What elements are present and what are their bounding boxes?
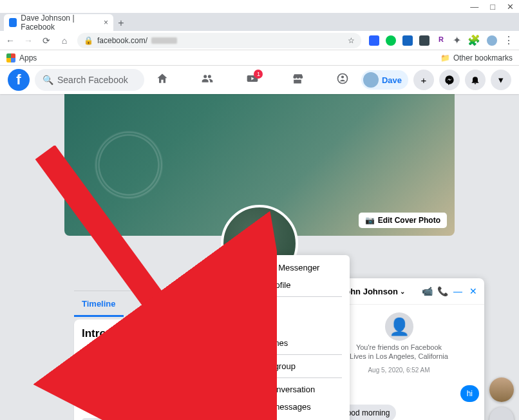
tab-bar: Dave Johnson | Facebook × +: [0, 13, 519, 31]
header-right: Dave + ▾: [361, 70, 511, 90]
profile-avatar-icon[interactable]: [487, 35, 497, 46]
minimize-chat-icon[interactable]: —: [452, 286, 464, 296]
tab-title: Dave Johnson | Facebook: [21, 14, 100, 32]
profile-content: 📷 Edit Cover Photo 📷 Timeline About Frie…: [0, 94, 519, 420]
profile-icon: 👤: [230, 280, 240, 290]
apps-icon[interactable]: [6, 53, 15, 62]
svg-point-1: [341, 75, 344, 78]
camera-icon: 📷: [365, 216, 375, 225]
back-button[interactable]: ←: [5, 35, 15, 46]
audio-call-icon[interactable]: 📞: [437, 286, 448, 296]
home-icon[interactable]: [156, 72, 169, 88]
chevron-down-icon: ⌄: [400, 288, 405, 295]
menu-divider: [229, 377, 342, 378]
menu-nicknames[interactable]: 🏷Nicknames: [221, 334, 350, 352]
color-icon: 🎨: [230, 303, 240, 313]
apps-label[interactable]: Apps: [19, 53, 37, 62]
folder-icon: 📁: [440, 53, 450, 62]
menu-create-group[interactable]: 👥Create group: [221, 358, 350, 375]
forward-button[interactable]: →: [23, 35, 33, 46]
intro-title: Intro: [82, 327, 207, 340]
browser-tab[interactable]: Dave Johnson | Facebook ×: [4, 14, 113, 31]
menu-view-profile[interactable]: 👤View Profile: [221, 276, 350, 294]
intro-item: 🎓Studied Aerospace engineering at Colleg…: [82, 374, 207, 394]
menu-block[interactable]: ⊘Block: [221, 415, 350, 420]
maximize-button[interactable]: □: [490, 2, 495, 12]
url-field[interactable]: 🔒 facebook.com/ ☆: [77, 33, 361, 48]
education-icon: 🎓: [82, 347, 92, 357]
messenger-icon: ⚡: [230, 263, 240, 272]
search-icon: 🔍: [42, 75, 53, 85]
extension-icon[interactable]: [419, 35, 429, 46]
new-tab-button[interactable]: +: [113, 15, 129, 31]
extension-icon[interactable]: [402, 35, 413, 46]
home-button[interactable]: ⌂: [59, 35, 70, 46]
account-menu-button[interactable]: ▾: [491, 70, 511, 90]
chat-head[interactable]: [489, 377, 514, 402]
edit-cover-label: Edit Cover Photo: [378, 216, 440, 225]
browser-chrome: — □ ✕ Dave Johnson | Facebook × + ← → ⟳ …: [0, 0, 519, 66]
group-icon: 👥: [230, 361, 240, 371]
search-placeholder: Search Facebook: [57, 75, 128, 85]
menu-divider: [229, 354, 342, 355]
intro-item: 🎓Went to Marist High School: [82, 401, 207, 412]
extension-icon[interactable]: [386, 35, 396, 46]
message-bubble[interactable]: hi: [460, 385, 479, 402]
friends-icon[interactable]: [201, 72, 214, 88]
menu-open-messenger[interactable]: ⚡Open in Messenger: [221, 259, 350, 276]
reload-button[interactable]: ⟳: [41, 35, 52, 46]
create-button[interactable]: +: [413, 70, 434, 90]
menu-emoji[interactable]: ☺Emoji: [221, 317, 350, 334]
close-chat-icon[interactable]: ✕: [467, 286, 479, 296]
url-redacted: [151, 37, 177, 44]
intro-item: 🎓Studied Administration at Central Michi…: [82, 347, 207, 367]
kebab-menu-icon[interactable]: ⋮: [504, 34, 514, 46]
avatar: [363, 72, 379, 88]
extension-icon[interactable]: R: [436, 35, 446, 46]
menu-divider: [229, 296, 342, 297]
bookmarks-bar: Apps 📁 Other bookmarks: [0, 50, 519, 66]
menu-color[interactable]: 🎨Color: [221, 300, 350, 317]
video-call-icon[interactable]: 📹: [421, 286, 433, 296]
address-bar: ← → ⟳ ⌂ 🔒 facebook.com/ ☆ R ✦ 🧩 ⋮: [0, 31, 519, 50]
chat-context-menu: ⚡Open in Messenger 👤View Profile 🎨Color …: [221, 255, 350, 420]
notifications-button[interactable]: [465, 70, 486, 90]
emoji-icon: ☺: [230, 321, 240, 330]
star-icon[interactable]: ☆: [348, 36, 355, 45]
window-controls: — □ ✕: [0, 0, 519, 13]
watch-icon[interactable]: 1: [246, 72, 259, 88]
edit-cover-button[interactable]: 📷 Edit Cover Photo: [359, 213, 447, 228]
notification-badge: 1: [254, 70, 263, 79]
extensions-menu-icon[interactable]: ✦: [453, 34, 461, 46]
facebook-header: f 🔍 Search Facebook 1 Dave + ▾: [0, 66, 519, 94]
groups-icon[interactable]: [336, 72, 349, 88]
lock-icon: 🔒: [84, 36, 93, 45]
svg-point-0: [338, 73, 348, 83]
tab-close-icon[interactable]: ×: [104, 18, 108, 27]
profile-chip[interactable]: Dave: [361, 70, 408, 90]
tab-timeline[interactable]: Timeline: [74, 292, 124, 317]
intro-card: Intro 🎓Studied Administration at Central…: [74, 320, 214, 420]
messenger-button[interactable]: [439, 70, 460, 90]
puzzle-icon[interactable]: 🧩: [467, 34, 480, 46]
tag-icon: 🏷: [230, 338, 240, 348]
menu-ignore[interactable]: 🚫Ignore messages: [221, 398, 350, 415]
minimize-button[interactable]: —: [470, 2, 478, 12]
chat-bubbles: ✎12: [489, 377, 514, 420]
header-nav: 1: [149, 72, 356, 88]
ignore-icon: 🚫: [230, 402, 240, 412]
other-bookmarks[interactable]: Other bookmarks: [453, 53, 513, 62]
url-text: facebook.com/: [97, 36, 147, 45]
search-input[interactable]: 🔍 Search Facebook: [35, 69, 144, 91]
marketplace-icon[interactable]: [291, 72, 304, 88]
close-window-button[interactable]: ✕: [507, 2, 514, 12]
facebook-logo[interactable]: f: [8, 69, 30, 91]
chat-head[interactable]: [489, 407, 514, 420]
menu-mute[interactable]: 🔔Mute conversation: [221, 381, 350, 398]
extension-icon[interactable]: [369, 35, 379, 46]
facebook-favicon: [9, 18, 17, 27]
bell-icon: 🔔: [230, 385, 240, 394]
profile-name: Dave: [382, 75, 402, 85]
chat-name-button[interactable]: John Johnson⌄: [341, 287, 417, 296]
education-icon: 🎓: [82, 374, 92, 384]
